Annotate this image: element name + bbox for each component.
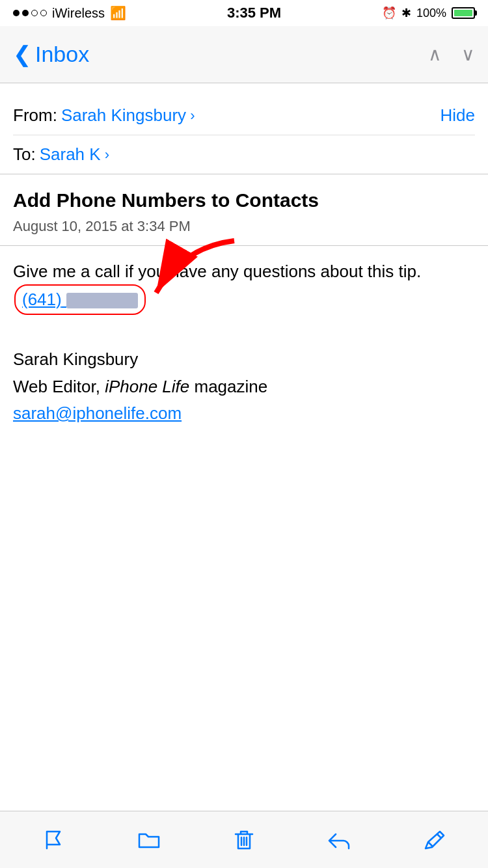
sender-name[interactable]: Sarah Kingsbury <box>61 105 186 126</box>
signal-dots <box>13 10 47 16</box>
signature-name: Sarah Kingsbury <box>13 346 475 373</box>
email-subject-section: Add Phone Numbers to Contacts August 10,… <box>0 174 488 246</box>
wifi-icon: 📶 <box>110 5 126 21</box>
time-label: 3:35 PM <box>227 5 281 21</box>
compose-icon <box>422 828 446 852</box>
back-chevron-icon: ❮ <box>13 41 31 67</box>
hide-button[interactable]: Hide <box>441 105 475 126</box>
email-date: August 10, 2015 at 3:34 PM <box>13 218 475 235</box>
from-left: From: Sarah Kingsbury › <box>13 105 195 126</box>
from-row: From: Sarah Kingsbury › Hide <box>13 96 475 135</box>
inbox-label: Inbox <box>35 42 89 67</box>
phone-prefix: (641) <box>22 290 62 309</box>
signature: Sarah Kingsbury Web Editor, iPhone Life … <box>0 333 488 427</box>
sender-chevron-icon: › <box>190 107 195 124</box>
signature-email-link[interactable]: sarah@iphonelife.com <box>13 403 182 423</box>
title-part2: magazine <box>189 377 267 396</box>
to-row: To: Sarah K › <box>13 135 475 174</box>
signature-title: Web Editor, iPhone Life magazine <box>13 373 475 401</box>
nav-bar: ❮ Inbox ∧ ∨ <box>0 26 488 83</box>
trash-icon <box>232 828 256 852</box>
phone-number-highlight: (641) <box>14 284 146 315</box>
signal-dot-2 <box>22 10 29 16</box>
carrier-label: iWireless <box>52 6 105 21</box>
phone-link[interactable]: (641) <box>22 290 138 309</box>
alarm-icon: ⏰ <box>382 6 396 20</box>
flag-icon <box>42 828 66 852</box>
folder-icon <box>137 828 161 852</box>
compose-button[interactable] <box>414 821 454 860</box>
blurred-number <box>66 293 138 308</box>
signal-dot-1 <box>13 10 20 16</box>
email-body: Give me a call if you have any questions… <box>0 246 488 333</box>
move-button[interactable] <box>129 821 169 860</box>
next-email-button[interactable]: ∨ <box>461 44 475 65</box>
title-part1: Web Editor, <box>13 377 105 396</box>
battery-percent: 100% <box>416 7 446 20</box>
battery-fill <box>454 10 472 16</box>
email-subject: Add Phone Numbers to Contacts <box>13 187 475 213</box>
recipient-name[interactable]: Sarah K <box>40 144 101 165</box>
signal-dot-4 <box>40 10 47 16</box>
email-header: From: Sarah Kingsbury › Hide To: Sarah K… <box>0 83 488 174</box>
status-right: ⏰ ✱ 100% <box>382 6 475 20</box>
flag-button[interactable] <box>34 821 74 860</box>
recipient-chevron-icon: › <box>105 146 109 163</box>
prev-email-button[interactable]: ∧ <box>428 44 442 65</box>
back-button[interactable]: ❮ Inbox <box>13 42 89 67</box>
bluetooth-icon: ✱ <box>401 6 411 20</box>
from-label: From: <box>13 105 57 126</box>
title-italic: iPhone Life <box>105 377 189 396</box>
bottom-toolbar <box>0 811 488 868</box>
reply-icon <box>327 828 351 852</box>
body-text: Give me a call if you have any questions… <box>13 259 475 315</box>
trash-button[interactable] <box>224 821 264 860</box>
status-left: iWireless 📶 <box>13 5 126 21</box>
nav-arrows: ∧ ∨ <box>428 44 475 65</box>
reply-button[interactable] <box>319 821 359 860</box>
signal-dot-3 <box>31 10 38 16</box>
to-label: To: <box>13 144 36 165</box>
battery-icon <box>452 7 475 19</box>
status-bar: iWireless 📶 3:35 PM ⏰ ✱ 100% <box>0 0 488 26</box>
